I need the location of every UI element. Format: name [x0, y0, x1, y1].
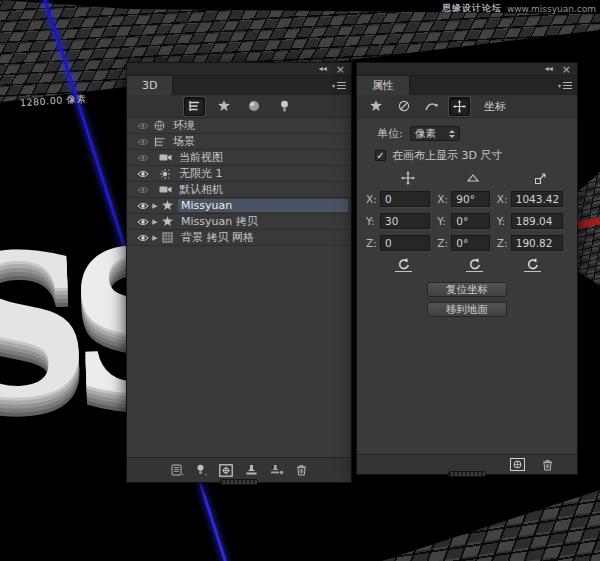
camera-icon [158, 153, 173, 162]
layer-row-default-camera[interactable]: 默认相机 [127, 182, 351, 198]
panel-resize-grip[interactable] [448, 471, 486, 477]
scale-z-input[interactable]: 190.82 [511, 235, 563, 251]
rotation-column: X: 90° Y: 0° Z: 0° [436, 169, 495, 272]
scale-column: X: 1043.42 Y: 189.04 Z: 190.82 [496, 169, 569, 272]
layer-label: 背景 拷贝 网格 [178, 231, 348, 244]
cap-icon[interactable] [421, 97, 442, 116]
mesh-star-icon [160, 200, 175, 211]
layer-row-missyuan-copy[interactable]: ▶ Missyuan 拷贝 [127, 214, 351, 230]
position-y-input[interactable]: 30 [380, 213, 430, 229]
reset-rotation-icon[interactable] [466, 258, 483, 272]
layer-row-missyuan[interactable]: ▶ Missyuan [127, 198, 351, 214]
3d-panel-titlebar: ◂◂ × [127, 63, 351, 76]
unit-value: 像素 [415, 127, 436, 141]
scale-x-input[interactable]: 1043.42 [511, 191, 563, 207]
layer-label: 环境 [170, 119, 348, 132]
expand-triangle-icon[interactable]: ▶ [150, 218, 160, 226]
coordinates-icon[interactable] [449, 97, 470, 116]
properties-panel: ◂◂ × 属性 ▾ 坐标 单位: 像素 [356, 62, 578, 475]
move-to-ground-button[interactable]: 移到地面 [427, 302, 507, 317]
section-label: 坐标 [484, 99, 506, 114]
delete-icon[interactable] [296, 464, 307, 476]
materials-filter-icon[interactable] [244, 97, 265, 116]
rotation-z-field: Z: 0° [436, 235, 495, 251]
scene-filter-icon[interactable] [184, 97, 205, 116]
layer-label: Missyuan [178, 199, 348, 212]
expand-triangle-icon[interactable]: ▶ [150, 234, 160, 242]
checkbox-checked[interactable]: ✓ [375, 150, 386, 161]
rotation-x-field: X: 90° [436, 191, 495, 207]
3d-filter-bar [127, 95, 351, 118]
reset-scale-icon[interactable] [524, 258, 541, 272]
tab-3d[interactable]: 3D [127, 76, 173, 95]
layer-row-infinite-light[interactable]: 无限光 1 [127, 166, 351, 182]
infinite-light-icon [158, 169, 173, 179]
checkbox-label: 在画布上显示 3D 尺寸 [392, 148, 502, 163]
collapse-panel-icon[interactable]: ◂◂ [319, 65, 327, 73]
mesh-grid-icon [160, 232, 175, 243]
stamp-dot-icon[interactable] [270, 464, 284, 476]
delete-icon[interactable] [542, 459, 553, 471]
position-z-input[interactable]: 0 [380, 235, 430, 251]
panel-menu-icon[interactable]: ▾ [332, 82, 346, 89]
visibility-eye-icon[interactable] [136, 138, 150, 146]
close-panel-icon[interactable]: × [336, 64, 345, 75]
unit-row: 单位: 像素 [377, 126, 569, 141]
mesh-icon[interactable] [365, 97, 386, 116]
new-mesh-icon[interactable] [171, 464, 184, 476]
position-x-input[interactable]: 0 [380, 191, 430, 207]
new-light-icon[interactable] [196, 464, 207, 476]
panel-resize-grip[interactable] [220, 479, 258, 485]
watermark-url: www.missyuan.com [507, 4, 596, 14]
close-panel-icon[interactable]: × [562, 64, 571, 75]
position-column: X: 0 Y: 30 Z: 0 [365, 169, 436, 272]
ground-grid-bottom-right [368, 478, 600, 561]
scale-icon [512, 169, 569, 187]
scale-y-input[interactable]: 189.04 [511, 213, 563, 229]
visibility-eye-icon[interactable] [136, 234, 150, 242]
visibility-eye-icon[interactable] [136, 186, 150, 194]
position-z-field: Z: 0 [365, 235, 436, 251]
visibility-eye-icon[interactable] [136, 170, 150, 178]
tab-properties[interactable]: 属性 [357, 76, 410, 95]
reset-coordinates-button[interactable]: 复位坐标 [427, 282, 507, 297]
position-x-field: X: 0 [365, 191, 436, 207]
layer-label: 默认相机 [176, 183, 348, 196]
lights-filter-icon[interactable] [274, 97, 295, 116]
dropdown-arrows-icon [449, 130, 455, 138]
meshes-filter-icon[interactable] [214, 97, 235, 116]
deform-icon[interactable] [393, 97, 414, 116]
layer-row-environment[interactable]: 环境 [127, 118, 351, 134]
layer-row-scene[interactable]: 场景 [127, 134, 351, 150]
expand-triangle-icon[interactable]: ▶ [150, 202, 160, 210]
panel-menu-icon[interactable]: ▾ [558, 82, 572, 89]
camera-icon [158, 185, 173, 194]
stamp-icon[interactable] [245, 464, 258, 476]
visibility-eye-icon[interactable] [136, 218, 150, 226]
rotation-y-input[interactable]: 0° [451, 213, 489, 229]
layer-label: Missyuan 拷贝 [178, 215, 348, 228]
layer-row-current-view[interactable]: 当前视图 [127, 150, 351, 166]
rotate-icon [450, 169, 495, 187]
rotation-z-input[interactable]: 0° [451, 235, 489, 251]
show-3d-size-row: ✓ 在画布上显示 3D 尺寸 [375, 148, 569, 163]
mesh-star-icon [160, 216, 175, 227]
rotation-y-field: Y: 0° [436, 213, 495, 229]
scale-z-field: Z: 190.82 [496, 235, 569, 251]
scale-x-field: X: 1043.42 [496, 191, 569, 207]
photoshop-3d-workspace: SS 1280.00 像素 思缘设计论坛 www.missyuan.com ◂◂… [0, 0, 600, 561]
visibility-eye-icon[interactable] [136, 202, 150, 210]
filter-box-icon[interactable] [510, 458, 525, 471]
3d-layer-list: 环境 场景 当前视图 [127, 118, 351, 246]
3d-panel-tabbar: 3D ▾ [127, 76, 351, 95]
add-constraint-icon[interactable] [219, 464, 233, 477]
visibility-eye-icon[interactable] [136, 154, 150, 162]
visibility-eye-icon[interactable] [136, 122, 150, 130]
rotation-x-input[interactable]: 90° [451, 191, 489, 207]
layer-row-background-copy-mesh[interactable]: ▶ 背景 拷贝 网格 [127, 230, 351, 246]
collapse-panel-icon[interactable]: ◂◂ [545, 65, 553, 73]
reset-position-icon[interactable] [395, 258, 412, 272]
unit-label: 单位: [377, 126, 403, 141]
unit-dropdown[interactable]: 像素 [410, 126, 460, 141]
letter-s-1: S [0, 209, 73, 443]
